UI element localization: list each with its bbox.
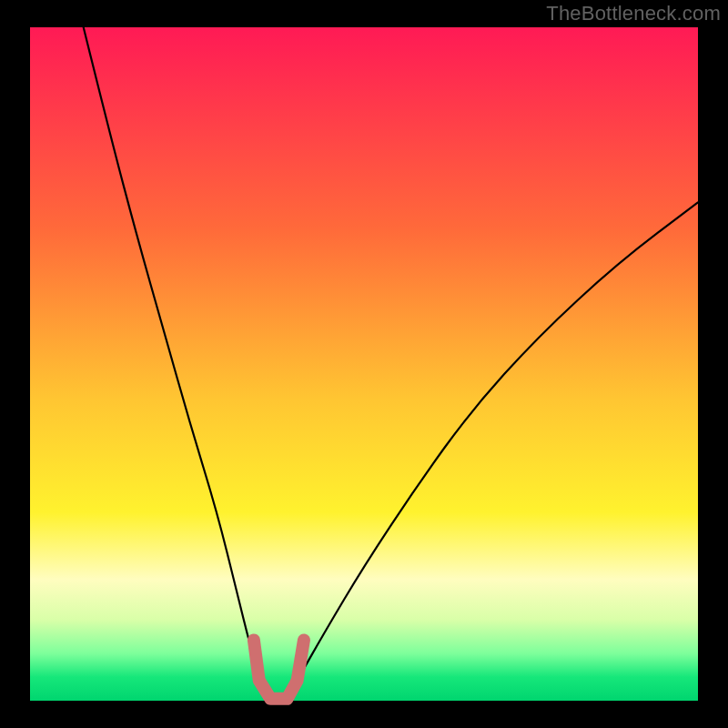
watermark-label: TheBottleneck.com [546, 2, 721, 25]
bottleneck-chart [0, 0, 728, 728]
gradient-background [30, 27, 698, 701]
chart-stage: TheBottleneck.com [0, 0, 728, 728]
